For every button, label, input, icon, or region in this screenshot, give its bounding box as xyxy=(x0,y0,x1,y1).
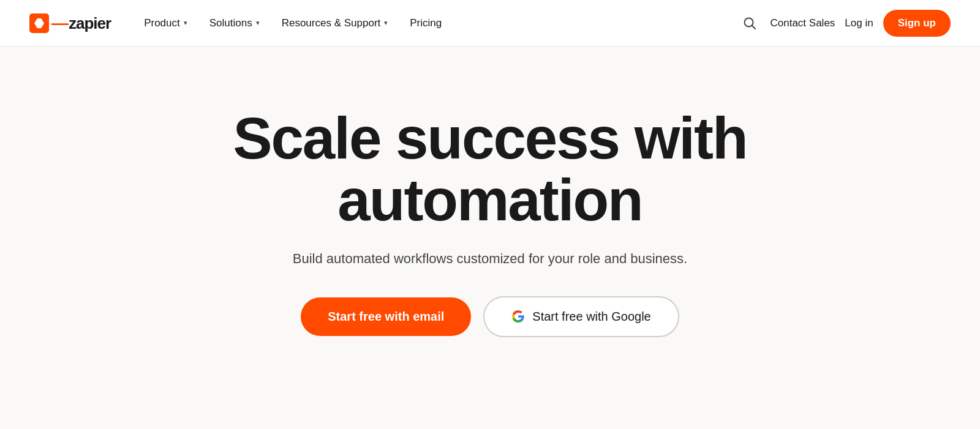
product-label: Product xyxy=(144,17,180,29)
hero-title: Scale success with automation xyxy=(233,108,747,231)
logo[interactable]: —zapier xyxy=(29,13,111,33)
log-in-link[interactable]: Log in xyxy=(845,17,873,29)
solutions-label: Solutions xyxy=(209,17,252,29)
nav-item-solutions[interactable]: Solutions ▾ xyxy=(201,12,268,34)
nav-item-resources[interactable]: Resources & Support ▾ xyxy=(273,12,397,34)
contact-sales-link[interactable]: Contact Sales xyxy=(771,17,835,29)
zapier-logo-icon xyxy=(29,13,49,33)
search-button[interactable] xyxy=(739,12,761,34)
search-icon xyxy=(743,17,756,30)
navbar: —zapier Product ▾ Solutions ▾ Resources … xyxy=(0,0,980,47)
svg-line-2 xyxy=(752,25,755,28)
google-icon xyxy=(511,310,525,323)
hero-cta-buttons: Start free with email Start free with Go… xyxy=(301,296,679,337)
hero-subtitle: Build automated workflows customized for… xyxy=(293,251,687,267)
solutions-chevron-icon: ▾ xyxy=(256,19,260,27)
nav-links: Product ▾ Solutions ▾ Resources & Suppor… xyxy=(135,12,738,34)
start-email-button[interactable]: Start free with email xyxy=(301,297,471,336)
nav-right: Contact Sales Log in Sign up xyxy=(739,10,951,37)
resources-chevron-icon: ▾ xyxy=(384,19,388,27)
nav-item-product[interactable]: Product ▾ xyxy=(135,12,196,34)
hero-section: Scale success with automation Build auto… xyxy=(0,47,980,429)
pricing-label: Pricing xyxy=(410,17,442,29)
start-google-button[interactable]: Start free with Google xyxy=(483,296,679,337)
sign-up-button[interactable]: Sign up xyxy=(883,10,951,37)
product-chevron-icon: ▾ xyxy=(184,19,187,27)
logo-wordmark: —zapier xyxy=(51,13,111,33)
resources-label: Resources & Support xyxy=(282,17,381,29)
nav-item-pricing[interactable]: Pricing xyxy=(401,12,450,34)
